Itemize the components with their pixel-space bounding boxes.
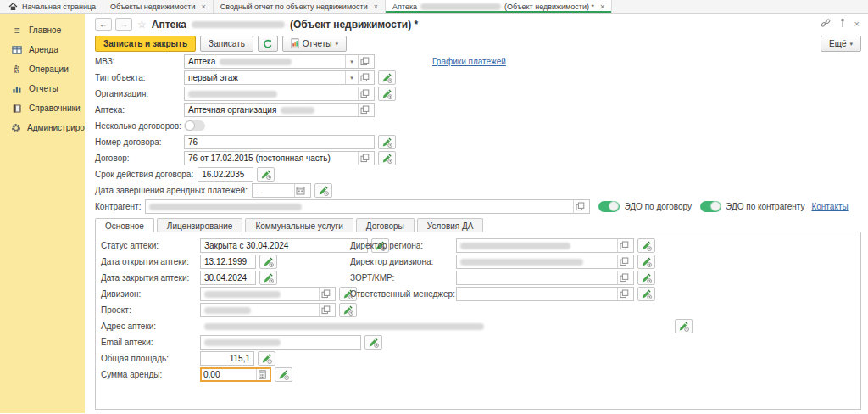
history-button[interactable] bbox=[675, 319, 693, 333]
manager-input[interactable] bbox=[456, 287, 634, 301]
open-icon[interactable] bbox=[617, 239, 630, 252]
redacted-text bbox=[204, 339, 281, 346]
open-icon[interactable] bbox=[573, 200, 586, 213]
organization-input[interactable] bbox=[184, 87, 375, 101]
pin-icon[interactable] bbox=[839, 18, 846, 30]
contract-term-input[interactable]: 16.02.2035 bbox=[198, 167, 253, 182]
open-icon[interactable] bbox=[617, 271, 630, 284]
open-icon[interactable] bbox=[358, 87, 370, 100]
rent-end-date-input[interactable]: . . bbox=[252, 183, 311, 198]
tab-summary-report[interactable]: Сводный отчет по объекту недвижимости × bbox=[214, 0, 386, 13]
close-icon[interactable]: × bbox=[201, 3, 205, 11]
contract-number-input[interactable]: 76 bbox=[184, 135, 375, 149]
division-input[interactable] bbox=[200, 287, 336, 301]
history-button[interactable] bbox=[275, 367, 292, 382]
redacted-text bbox=[460, 259, 583, 266]
get-link-icon[interactable] bbox=[821, 18, 831, 30]
tab-da-conditions[interactable]: Условия ДА bbox=[417, 218, 484, 232]
more-button[interactable]: Ещё ▾ bbox=[821, 36, 861, 52]
address-input[interactable] bbox=[200, 319, 624, 333]
calendar-icon[interactable] bbox=[294, 184, 307, 197]
zort-kmr-input[interactable] bbox=[456, 271, 634, 285]
dropdown-icon[interactable]: ▾ bbox=[345, 71, 358, 84]
field-row-rent-amount: Сумма аренды: 0,00 bbox=[101, 367, 855, 382]
open-icon[interactable] bbox=[358, 152, 370, 165]
close-icon[interactable]: × bbox=[374, 3, 378, 11]
history-button[interactable] bbox=[637, 287, 655, 301]
sidebar-item-catalogs[interactable]: Справочники bbox=[0, 98, 85, 118]
object-type-input[interactable]: первый этаж ▾ bbox=[184, 70, 375, 85]
history-button[interactable] bbox=[339, 303, 357, 317]
sidebar-item-main[interactable]: ≡ Главное bbox=[0, 20, 85, 40]
open-icon[interactable] bbox=[319, 304, 331, 316]
close-date-input[interactable]: 30.04.2024 bbox=[200, 271, 256, 285]
open-icon[interactable] bbox=[358, 71, 370, 84]
save-and-close-button[interactable]: Записать и закрыть bbox=[95, 36, 196, 52]
payment-charts-link[interactable]: Графики платежей bbox=[432, 57, 506, 66]
open-icon[interactable] bbox=[358, 104, 370, 116]
tab-main[interactable]: Основное bbox=[95, 218, 154, 232]
rent-amount-input[interactable]: 0,00 bbox=[200, 367, 271, 382]
division-director-label: Директор дивизиона: bbox=[350, 257, 452, 266]
dropdown-icon[interactable]: ▾ bbox=[345, 55, 358, 68]
reports-menu-button[interactable]: Отчеты ▾ bbox=[282, 36, 347, 52]
email-input[interactable] bbox=[200, 335, 361, 350]
history-button[interactable] bbox=[258, 351, 275, 366]
history-button[interactable] bbox=[378, 151, 396, 165]
history-button[interactable] bbox=[378, 70, 396, 85]
mvz-input[interactable]: Аптека ▾ bbox=[184, 54, 375, 69]
history-button[interactable] bbox=[364, 335, 382, 350]
save-button[interactable]: Записать bbox=[200, 36, 253, 52]
contract-input[interactable]: 76 от 17.02.2015 (постоянная часть) bbox=[184, 151, 375, 165]
history-button[interactable] bbox=[378, 87, 396, 101]
tab-pharmacy-object[interactable]: Аптека (Объект недвижимости) * × bbox=[386, 0, 612, 13]
status-input[interactable]: Закрыта с 30.04.2024 bbox=[200, 238, 368, 253]
favorite-star-icon[interactable]: ☆ bbox=[137, 19, 147, 31]
history-button[interactable] bbox=[257, 167, 275, 182]
open-icon[interactable] bbox=[358, 55, 370, 68]
project-input[interactable] bbox=[200, 303, 336, 317]
sidebar-item-administration[interactable]: Администрирование bbox=[0, 118, 85, 137]
rent-amount-label: Сумма аренды: bbox=[101, 370, 196, 379]
tab-real-estate-objects[interactable]: Объекты недвижимости × bbox=[103, 0, 214, 13]
dt-kt-icon: ДтКт bbox=[11, 65, 23, 74]
calculator-icon[interactable] bbox=[256, 369, 268, 380]
open-icon[interactable] bbox=[319, 288, 331, 300]
history-button[interactable] bbox=[637, 271, 655, 285]
history-button[interactable] bbox=[378, 135, 396, 149]
forward-button[interactable]: → bbox=[115, 18, 132, 31]
edo-contract-toggle[interactable] bbox=[598, 201, 620, 212]
tab-utilities[interactable]: Коммунальные услуги bbox=[245, 218, 353, 232]
tab-home[interactable]: Начальная страница bbox=[0, 0, 103, 13]
open-icon[interactable] bbox=[617, 288, 630, 300]
pharmacy-input[interactable]: Аптечная организация bbox=[184, 103, 375, 117]
field-row-pharmacy: Аптека: Аптечная организация bbox=[95, 103, 861, 117]
counterparty-input[interactable] bbox=[145, 199, 590, 214]
close-icon[interactable]: × bbox=[600, 3, 604, 11]
open-date-input[interactable]: 13.12.1999 bbox=[200, 255, 256, 269]
refresh-button[interactable] bbox=[258, 36, 278, 52]
history-button[interactable] bbox=[637, 255, 655, 269]
field-row-contract-number: Номер договора: 76 bbox=[95, 135, 861, 149]
division-director-input[interactable] bbox=[456, 255, 634, 269]
history-button[interactable] bbox=[259, 255, 277, 269]
pharmacy-label: Аптека: bbox=[95, 105, 180, 115]
tab-contracts[interactable]: Договоры bbox=[356, 218, 415, 232]
sidebar-item-reports[interactable]: Отчеты bbox=[0, 79, 85, 98]
back-button[interactable]: ← bbox=[95, 18, 112, 31]
close-form-icon[interactable]: × bbox=[854, 19, 860, 29]
open-icon[interactable] bbox=[617, 255, 630, 268]
tab-licensing[interactable]: Лицензирование bbox=[157, 218, 243, 232]
total-area-input[interactable]: 115,1 bbox=[200, 351, 254, 366]
history-button[interactable] bbox=[637, 238, 655, 253]
edo-counterparty-toggle[interactable] bbox=[700, 201, 721, 212]
history-button[interactable] bbox=[259, 271, 277, 285]
history-button[interactable] bbox=[314, 183, 332, 198]
sidebar-item-rent[interactable]: Аренда bbox=[0, 40, 85, 59]
tab-home-label: Начальная страница bbox=[22, 3, 96, 11]
contacts-link[interactable]: Контакты bbox=[811, 202, 848, 211]
region-director-input[interactable] bbox=[456, 238, 634, 253]
multiple-contracts-toggle[interactable] bbox=[184, 120, 205, 131]
gear-icon bbox=[11, 123, 21, 133]
sidebar-item-operations[interactable]: ДтКт Операции bbox=[0, 59, 85, 79]
